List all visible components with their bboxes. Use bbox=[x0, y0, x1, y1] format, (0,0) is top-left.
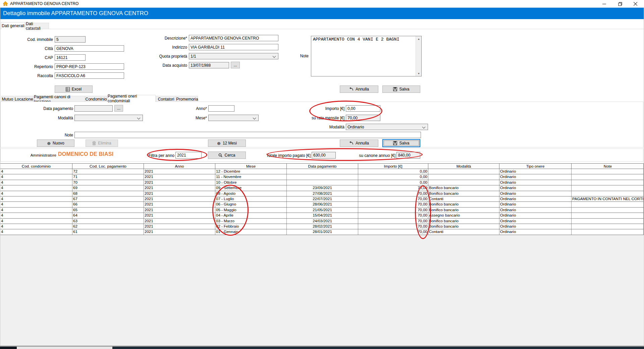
table-cell: 4 bbox=[0, 196, 72, 201]
tab-locazione[interactable]: Locazione bbox=[14, 96, 33, 102]
column-header[interactable]: Mese bbox=[215, 164, 287, 169]
table-cell: Contanti bbox=[428, 229, 499, 234]
annulla-top-button[interactable]: Annulla bbox=[340, 85, 378, 93]
column-header[interactable]: Tipo onere bbox=[499, 164, 572, 169]
column-header[interactable]: Cod. condominio bbox=[0, 164, 72, 169]
tab-pagamenti-oneri-condominiali[interactable]: Pagamenti oneri condominiali bbox=[107, 95, 156, 102]
cod-immobile-field: 5 bbox=[55, 36, 86, 43]
tab-condominio[interactable]: Condominio bbox=[85, 96, 107, 102]
tab-label: Contatori bbox=[158, 97, 174, 102]
plus-circle-icon: ⊕ bbox=[217, 141, 221, 146]
salva-label: Salva bbox=[399, 141, 409, 146]
column-header[interactable]: Note bbox=[572, 164, 644, 169]
table-cell: 4 bbox=[0, 219, 72, 224]
tab-dati-catastali[interactable]: Dati catastali bbox=[25, 23, 49, 29]
page-title: Dettaglio immobile APPARTAMENTO GENOVA C… bbox=[3, 10, 148, 17]
table-row[interactable]: 467202107 - Luglio22/07/202170,00Contant… bbox=[0, 196, 643, 202]
anno-field[interactable] bbox=[208, 105, 234, 112]
table-cell: 0,00 bbox=[358, 174, 428, 179]
column-header[interactable]: Importo [€] bbox=[358, 164, 428, 169]
repertorio-field[interactable]: PROP-REP-123 bbox=[55, 63, 124, 70]
restore-button[interactable] bbox=[612, 0, 628, 8]
modalita-select[interactable] bbox=[74, 115, 143, 121]
column-header[interactable]: Modalità bbox=[428, 164, 499, 169]
table-row[interactable]: 472202112 - Dicembre0,00Ordinario bbox=[0, 169, 643, 174]
taskbar[interactable] bbox=[0, 347, 644, 349]
quota-proprieta-select[interactable]: 1/1 bbox=[189, 53, 278, 59]
table-row[interactable]: 468202108 - Agosto27/08/202170,00Bonific… bbox=[0, 191, 643, 196]
table-row[interactable]: 462202102 - Febbraio28/02/202170,00Bonif… bbox=[0, 224, 643, 229]
salva-top-button[interactable]: Salva bbox=[382, 85, 420, 93]
data-pagamento-browse-button[interactable]: ... bbox=[114, 105, 123, 112]
table-cell: 0,00 bbox=[358, 169, 428, 174]
table-row[interactable]: 463202103 - Marzo24/03/202170,00Bonifico… bbox=[0, 219, 643, 224]
tab-label: Locazione bbox=[15, 97, 33, 102]
browse-label: ... bbox=[233, 63, 237, 67]
table-cell: Bonifico bancario bbox=[428, 185, 499, 190]
cerca-button[interactable]: Cerca bbox=[208, 152, 246, 159]
tab-promemoria[interactable]: Promemoria bbox=[176, 96, 198, 102]
column-header[interactable]: Data pagamento bbox=[287, 164, 358, 169]
modalita-onere-select[interactable]: Ordinario bbox=[346, 124, 428, 130]
table-cell bbox=[287, 174, 358, 179]
table-cell bbox=[572, 219, 644, 224]
table-cell: 4 bbox=[0, 185, 72, 190]
payment-note-field[interactable] bbox=[74, 132, 421, 138]
modalita-label: Modalità bbox=[34, 116, 73, 120]
table-row[interactable]: 465202105 - Maggio21/05/202170,00Bonific… bbox=[0, 208, 643, 213]
scroll-up-icon[interactable]: ▲ bbox=[416, 36, 422, 42]
note-scrollbar[interactable]: ▲ ▼ bbox=[416, 36, 421, 76]
note-textarea[interactable]: APPARTAMENTO CON 4 VANI E 2 BAGNI ▲ ▼ bbox=[311, 36, 422, 76]
indirizzo-label: Indirizzo bbox=[144, 45, 187, 50]
table-cell: Ordinario bbox=[499, 191, 572, 196]
table-row[interactable]: 464202104 - Aprile15/04/202170,00Assegno… bbox=[0, 213, 643, 218]
excel-button[interactable]: Excel bbox=[55, 85, 93, 93]
taskbar-segment[interactable] bbox=[17, 347, 112, 349]
citta-field[interactable]: GENOVA bbox=[55, 45, 124, 52]
close-button[interactable] bbox=[628, 0, 643, 8]
tab-contatori[interactable]: Contatori bbox=[156, 96, 176, 102]
table-cell: Ordinario bbox=[499, 224, 572, 229]
taskbar-segment[interactable] bbox=[0, 347, 17, 349]
tab-label: Dati catastali bbox=[26, 21, 49, 31]
table-row[interactable]: 470202110 - Ottobre0,00Ordinario bbox=[0, 180, 643, 185]
table-cell: Bonifico bancario bbox=[428, 202, 499, 207]
salva-payment-button[interactable]: Salva bbox=[382, 139, 420, 147]
table-row[interactable]: 469202109 - Settembre23/09/202170,00Boni… bbox=[0, 185, 643, 191]
cap-field[interactable]: 16121 bbox=[55, 54, 86, 61]
indirizzo-field[interactable]: VIA GARIBALDI 11 bbox=[189, 44, 278, 50]
column-header[interactable]: Cod. Loc. pagamento bbox=[72, 164, 144, 169]
table-cell bbox=[287, 169, 358, 174]
data-pagamento-field bbox=[74, 105, 113, 112]
table-row[interactable]: 471202111 - Novembre0,00Ordinario bbox=[0, 174, 643, 180]
plus-circle-icon: ⊕ bbox=[47, 141, 51, 146]
dodici-mesi-button[interactable]: ⊕ 12 Mesi bbox=[208, 139, 246, 147]
tab-label: Condominio bbox=[85, 97, 107, 102]
raccolta-field[interactable]: FASCICOLO A6 bbox=[55, 72, 124, 79]
nuovo-button[interactable]: ⊕ Nuovo bbox=[37, 139, 74, 147]
data-acquisto-browse-button[interactable]: ... bbox=[231, 62, 240, 68]
table-cell bbox=[572, 229, 644, 234]
table-cell bbox=[572, 191, 644, 196]
table-row[interactable]: 466202106 - Giugno28/06/202170,00Bonific… bbox=[0, 202, 643, 207]
annulla-payment-button[interactable]: Annulla bbox=[340, 139, 378, 147]
tab-dati-generali[interactable]: Dati generali bbox=[1, 22, 25, 29]
descrizione-field[interactable]: APPARTAMENTO GENOVA CENTRO bbox=[189, 35, 278, 41]
table-cell: 4 bbox=[0, 169, 72, 174]
mese-select[interactable] bbox=[208, 115, 259, 121]
scroll-down-icon[interactable]: ▼ bbox=[416, 71, 422, 76]
tab-pagamenti-canoni-locazione[interactable]: Pagamenti canoni di locazione bbox=[34, 96, 85, 102]
table-cell: 15/04/2021 bbox=[287, 213, 358, 218]
table-cell bbox=[428, 174, 499, 179]
table-row[interactable]: 461202101 - Gennaio28/01/202170,00Contan… bbox=[0, 229, 643, 235]
minimize-button[interactable] bbox=[597, 0, 612, 8]
table-cell: 24/03/2021 bbox=[287, 219, 358, 224]
tab-strip-divider bbox=[0, 29, 644, 29]
tab-label: Promemoria bbox=[176, 97, 198, 102]
column-header[interactable]: Anno bbox=[144, 164, 215, 169]
mese-label: Mese* bbox=[181, 116, 207, 120]
tab-mutuo[interactable]: Mutuo bbox=[1, 96, 14, 102]
chevron-down-icon bbox=[273, 55, 276, 58]
window-border-left bbox=[0, 8, 0, 346]
table-cell: 2021 bbox=[144, 224, 215, 229]
